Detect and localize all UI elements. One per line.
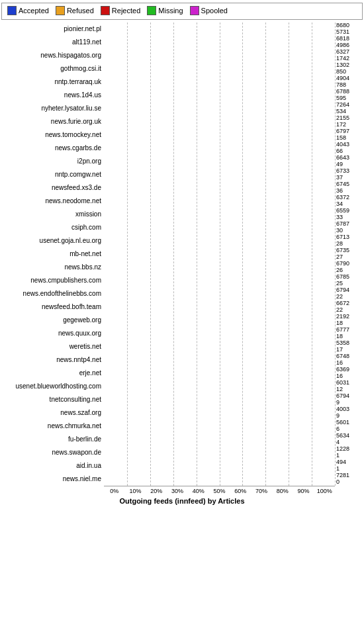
grid-line [265,23,266,486]
bar-values: 671328 [335,234,363,248]
legend-label-refused: Refused [67,7,94,15]
bar-label: erje.net [1,367,104,379]
legend-label-spooled: Spooled [201,7,228,15]
bar-values: 404366 [335,142,363,155]
legend-swatch-spooled [190,6,199,15]
bars-area [104,23,335,486]
bar-values: 4941 [335,459,363,473]
x-tick: 60% [230,488,251,494]
bar-label: news.swapon.de [1,447,104,459]
bar-values: 674816 [335,353,363,367]
bar-values: 56344 [335,433,363,446]
legend-item-missing: Missing [147,6,183,15]
bar-label: news.bbs.nz [1,261,104,273]
bar-label: news.quux.org [1,328,104,339]
bar-label: news.endofthelinebbs.com [1,288,104,300]
bar-label: fu-berlin.de [1,433,104,445]
bar-values: 679422 [335,287,363,300]
bar-values: 673337 [335,168,363,181]
chart-container: AcceptedRefusedRejectedMissingSpooled pi… [0,0,364,525]
value-top: 494 [336,459,363,466]
x-tick: 40% [188,488,209,494]
value-top: 5601 [336,420,363,426]
bar-values: 678730 [335,221,363,234]
bar-label: nyheter.lysator.liu.se [1,103,104,114]
x-tick: 20% [146,488,167,494]
bar-label: usenet.goja.nl.eu.org [1,235,104,247]
bar-values: 603112 [335,380,363,393]
value-top: 1228 [336,446,363,453]
value-top: 7281 [336,473,363,479]
grid-line [127,23,128,486]
bar-label: usenet.blueworldhosting.com [1,381,104,392]
grid-line [197,23,197,486]
legend-swatch-rejected [101,6,110,15]
x-tick: 10% [125,488,146,494]
legend-swatch-accepted [7,6,17,15]
bar-label: alt119.net [1,36,104,48]
bar-label: pionier.net.pl [1,23,104,35]
value-top: 6794 [336,393,363,400]
bar-values: 40039 [335,406,363,420]
grid-line [242,23,243,486]
x-axis: 0%10%20%30%40%50%60%70%80%90%100% [104,486,335,494]
bar-label: aid.in.ua [1,460,104,472]
bar-values: 12281 [335,446,363,459]
legend-swatch-missing [147,6,156,15]
bar-label: newsfeed.bofh.team [1,301,104,313]
bar-label: news.niel.me [1,473,104,485]
bar-label: news.chmurka.net [1,420,104,432]
bar-values: 68184986 [335,36,363,49]
bar-label: news.1d4.us [1,89,104,101]
legend-item-accepted: Accepted [7,6,49,15]
bar-label: nntp.comgw.net [1,169,104,181]
grid-line [289,23,289,486]
bar-label: i2pn.org [1,156,104,167]
bar-values: 679026 [335,261,363,274]
bar-values: 72810 [335,473,363,486]
bar-values: 655933 [335,208,363,221]
bar-values: 56016 [335,420,363,433]
bar-values: 4904788 [335,75,363,89]
bar-values: 1302850 [335,62,363,75]
grid-line [150,23,151,486]
x-axis-title: Outgoing feeds (innfeed) by Articles [1,497,363,505]
bar-label: tnetconsulting.net [1,394,104,406]
bar-label: news.cmpublishers.com [1,275,104,287]
bar-label: xmission [1,208,104,220]
bar-values: 7264534 [335,102,363,115]
bar-values: 67949 [335,393,363,406]
y-axis-labels: pionier.net.plalt119.netnews.hispagatos.… [1,23,104,486]
bar-values: 678525 [335,274,363,287]
bar-label: news.furie.org.uk [1,116,104,128]
x-tick: 30% [167,488,188,494]
x-tick: 50% [209,488,230,494]
x-tick: 80% [272,488,293,494]
grid-line [312,23,312,486]
x-tick: 90% [293,488,314,494]
value-top: 4003 [336,406,363,413]
bar-values: 664349 [335,155,363,168]
bar-values: 636916 [335,367,363,380]
legend-label-missing: Missing [158,7,183,15]
bar-label: gothmog.csi.it [1,63,104,75]
bar-label: news.cgarbs.de [1,142,104,154]
x-tick: 100% [314,488,335,494]
x-tick: 70% [251,488,272,494]
legend-label-accepted: Accepted [19,7,49,15]
value-bottom: 0 [336,479,363,486]
bar-values: 219218 [335,314,363,327]
bar-label: nntp.terraraq.uk [1,76,104,88]
bar-values: 86805731 [335,23,363,36]
bar-values: 6797158 [335,128,363,142]
bar-label: weretis.net [1,341,104,353]
bar-label: news.nntp4.net [1,354,104,366]
bar-values: 2155172 [335,115,363,128]
legend-swatch-refused [56,6,65,15]
grid-line [173,23,174,486]
bar-values: 667222 [335,300,363,314]
values-col: 8680573168184986632717421302850490478867… [335,23,363,486]
bar-values: 677718 [335,327,363,340]
bar-values: 674536 [335,181,363,195]
legend-item-refused: Refused [56,6,94,15]
